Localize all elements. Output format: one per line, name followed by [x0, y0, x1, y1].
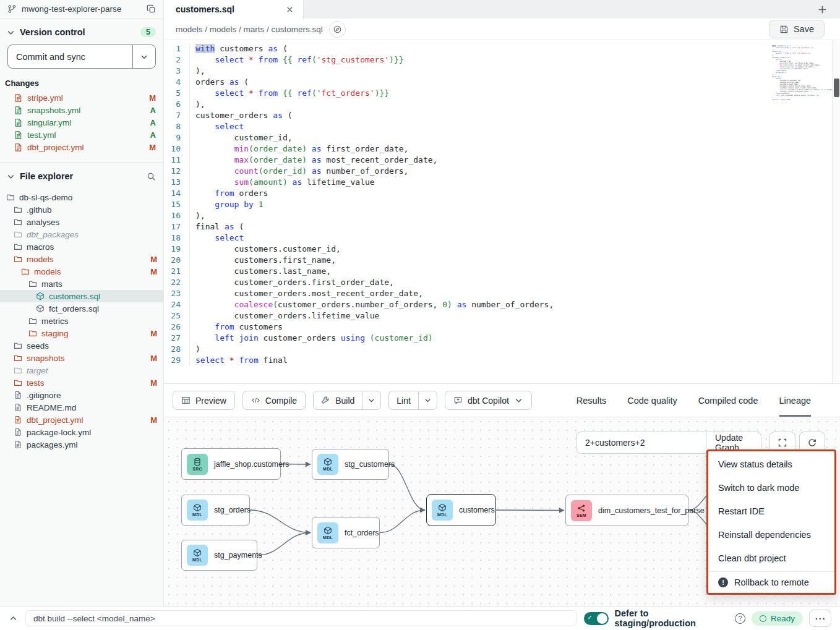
editor-minimap[interactable]: with customers as ( select * from {{ ref…	[772, 45, 829, 101]
save-button[interactable]: Save	[769, 20, 825, 38]
change-row-singular.yml[interactable]: singular.ymlA	[0, 116, 163, 129]
tree-item-metrics[interactable]: metrics	[0, 315, 163, 327]
file-icon	[14, 391, 22, 399]
tree-item-staging[interactable]: stagingM	[0, 327, 163, 339]
tree-item-marts[interactable]: marts	[0, 278, 163, 290]
change-status: M	[149, 93, 156, 103]
code-text: select	[189, 121, 244, 132]
lint-button[interactable]: Lint	[389, 391, 418, 409]
tree-item-dbt_project.yml[interactable]: dbt_project.ymlM	[0, 414, 163, 426]
ellipsis-icon[interactable]: ⋯	[809, 610, 831, 627]
tree-item-.gitignore[interactable]: .gitignore	[0, 389, 163, 401]
close-icon[interactable]	[285, 5, 294, 14]
search-icon[interactable]	[147, 172, 156, 181]
editor-scrollbar[interactable]	[832, 40, 840, 383]
tab-compiled-code[interactable]: Compiled code	[698, 384, 758, 417]
add-tab-icon[interactable]	[814, 1, 830, 17]
scrollbar-thumb[interactable]	[834, 79, 839, 97]
folder-icon	[28, 317, 37, 325]
tree-item-customers.sql[interactable]: customers.sql	[0, 290, 163, 302]
tree-item-seeds[interactable]: seeds	[0, 339, 163, 352]
menu-item-restart-ide[interactable]: Restart IDE	[708, 500, 834, 523]
line-number: 27	[165, 333, 189, 344]
code-text: orders as (	[189, 77, 249, 88]
change-row-test.yml[interactable]: test.ymlA	[0, 129, 163, 141]
node-label: stg_orders	[214, 506, 251, 514]
build-button[interactable]: Build	[314, 391, 362, 409]
tree-item-analyses[interactable]: analyses	[0, 216, 163, 228]
tab-results[interactable]: Results	[576, 384, 606, 417]
menu-item-rollback-to-remote[interactable]: ! Rollback to remote	[708, 571, 834, 593]
lineage-node-src_jaffle[interactable]: SRCjaffle_shop.customers	[181, 448, 281, 480]
changes-list: stripe.ymlMsnapshots.ymlAsingular.ymlAte…	[0, 92, 163, 153]
folder-icon	[6, 193, 15, 202]
lineage-node-customers[interactable]: MDLcustomers	[426, 494, 496, 526]
tree-item-tests[interactable]: testsM	[0, 377, 163, 389]
compile-button[interactable]: Compile	[242, 391, 306, 410]
node-label: fct_orders	[345, 529, 379, 537]
change-file-name: stripe.yml	[27, 93, 145, 103]
tree-item-label: marts	[41, 279, 157, 289]
menu-item-reinstall-dependencies[interactable]: Reinstall dependencies	[708, 523, 834, 547]
tree-item-snapshots[interactable]: snapshotsM	[0, 352, 163, 364]
commit-and-sync-button[interactable]: Commit and sync	[8, 45, 132, 68]
change-file-name: singular.yml	[27, 118, 146, 127]
dbt-command-input[interactable]	[25, 610, 576, 626]
tree-item-db-sl-qs-demo[interactable]: db-sl-qs-demo	[0, 191, 163, 203]
change-row-stripe.yml[interactable]: stripe.ymlM	[0, 92, 163, 104]
tree-item-packages.yml[interactable]: packages.yml	[0, 438, 163, 451]
model-cube-icon	[36, 304, 45, 313]
file-tree: db-sl-qs-demo.githubanalysesdbt_packages…	[0, 187, 163, 451]
file-explorer-header[interactable]: File explorer	[0, 163, 163, 187]
tree-item-status: M	[150, 415, 157, 425]
lineage-node-dim_customers[interactable]: SEMdim_customers_test_for_parse	[565, 495, 688, 526]
commit-options-caret[interactable]	[132, 45, 155, 68]
defer-toggle[interactable]: ✓	[584, 612, 609, 625]
tree-item-models[interactable]: modelsM	[0, 253, 163, 265]
line-number: 25	[165, 310, 189, 321]
lineage-node-stg_payments[interactable]: MDLstg_payments	[181, 540, 257, 571]
tab-customers-sql[interactable]: customers.sql	[165, 0, 304, 19]
code-editor[interactable]: 1with customers as (2 select * from {{ r…	[165, 40, 840, 383]
commit-split-button: Commit and sync	[7, 45, 156, 69]
git-branch-icon	[7, 4, 17, 14]
changes-label: Changes	[0, 76, 163, 92]
menu-item-clean-dbt-project[interactable]: Clean dbt project	[708, 547, 834, 570]
lineage-edge	[389, 464, 425, 510]
tree-item-fct_orders.sql[interactable]: fct_orders.sql	[0, 302, 163, 315]
tab-lineage[interactable]: Lineage	[779, 384, 812, 417]
tree-item-models[interactable]: modelsM	[0, 265, 163, 278]
code-text: select * from {{ ref('stg_customers')}}	[772, 47, 813, 49]
lineage-selector-input[interactable]	[576, 432, 706, 453]
tree-item-macros[interactable]: macros	[0, 241, 163, 253]
copy-icon[interactable]	[147, 4, 156, 14]
tree-item-.github[interactable]: .github	[0, 203, 163, 216]
node-label: customers	[459, 506, 495, 514]
help-icon[interactable]: ?	[735, 613, 745, 624]
change-status: A	[150, 106, 156, 115]
tree-item-package-lock.yml[interactable]: package-lock.yml	[0, 426, 163, 438]
change-row-dbt_project.yml[interactable]: dbt_project.ymlM	[0, 141, 163, 153]
code-line-29: select * from final	[772, 99, 829, 101]
code-text: )	[189, 344, 200, 355]
version-control-header[interactable]: Version control 5	[0, 19, 163, 43]
code-line-28: 28)	[165, 344, 840, 355]
build-options-caret[interactable]	[362, 391, 380, 409]
change-row-snapshots.yml[interactable]: snapshots.ymlA	[0, 104, 163, 116]
lineage-node-stg_customers[interactable]: MDLstg_customers	[312, 449, 389, 480]
tree-item-README.md[interactable]: README.md	[0, 401, 163, 414]
chevron-up-icon[interactable]	[9, 614, 18, 623]
lineage-node-stg_orders[interactable]: MDLstg_orders	[181, 495, 250, 526]
compass-icon[interactable]	[329, 21, 346, 38]
menu-item-switch-to-dark-mode[interactable]: Switch to dark mode	[708, 476, 834, 500]
lineage-node-fct_orders[interactable]: MDLfct_orders	[312, 517, 380, 548]
tree-item-dbt_packages[interactable]: dbt_packages	[0, 228, 163, 241]
lint-options-caret[interactable]	[418, 391, 437, 409]
ide-options-menu: View status detailsSwitch to dark modeRe…	[706, 449, 836, 595]
dbt-copilot-button[interactable]: dbt Copilot	[445, 391, 532, 410]
semantic-icon: SEM	[571, 500, 592, 521]
preview-button[interactable]: Preview	[173, 391, 235, 410]
tree-item-target[interactable]: target	[0, 364, 163, 377]
menu-item-view-status-details[interactable]: View status details	[708, 453, 834, 476]
tab-code-quality[interactable]: Code quality	[627, 384, 677, 417]
